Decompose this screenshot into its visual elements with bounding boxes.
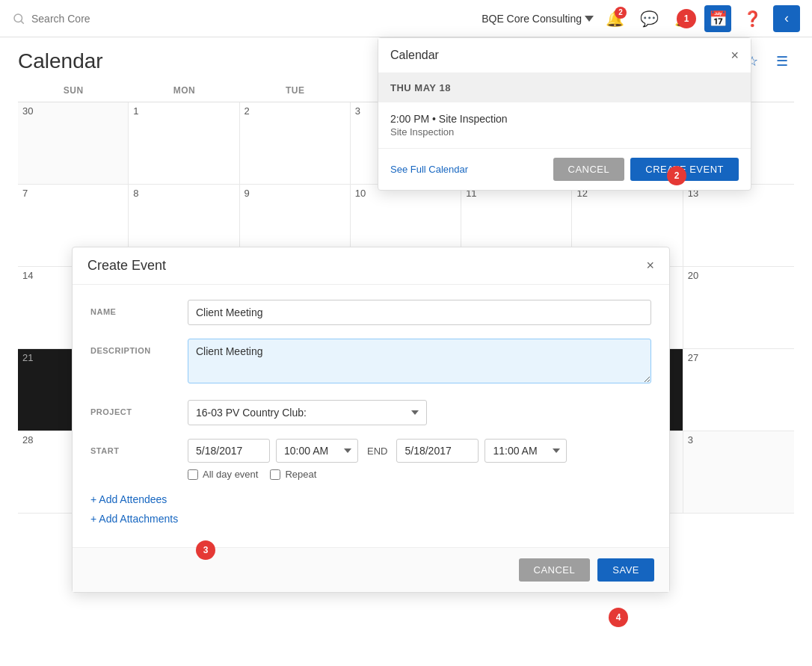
step-badge-3: 3 (196, 540, 215, 560)
company-name[interactable]: BQE Core Consulting (482, 13, 594, 25)
see-full-calendar-btn[interactable]: See Full Calendar (390, 164, 468, 175)
nav-search-area (12, 12, 162, 25)
day-mon: MON (129, 79, 239, 102)
modal-title: Create Event (87, 258, 166, 274)
popup-header: Calendar × (378, 38, 751, 73)
modal-header: Create Event × (73, 247, 669, 285)
step-badge-2: 2 (667, 166, 686, 185)
start-date-input[interactable] (188, 439, 270, 463)
modal-body: NAME DESCRIPTION Client Meeting PROJECT … (73, 285, 669, 547)
name-label: NAME (90, 300, 188, 316)
end-label: END (367, 445, 387, 457)
description-label: DESCRIPTION (90, 339, 188, 355)
popup-event-title: 2:00 PM • Site Inspection (390, 113, 739, 125)
description-textarea[interactable]: Client Meeting (188, 339, 651, 383)
back-btn[interactable]: ‹ (773, 5, 800, 32)
name-input[interactable] (188, 300, 651, 325)
messages-btn[interactable]: 💬 (636, 5, 662, 32)
project-label: PROJECT (90, 400, 188, 416)
calendar-cell-jun3[interactable]: 3 (683, 431, 794, 514)
notifications-badge: 2 (615, 7, 627, 19)
notifications-btn[interactable]: 🔔 2 (601, 5, 628, 32)
project-select[interactable]: 16-03 PV Country Club: (188, 400, 427, 425)
popup-close-btn[interactable]: × (731, 49, 739, 62)
popup-footer-btns: CANCEL CREATE EVENT (553, 158, 739, 181)
calendar-cell-2[interactable]: 2 (240, 102, 351, 185)
calendar-cell-13[interactable]: 13 (683, 185, 794, 267)
end-time-select[interactable]: 11:00 AM (485, 439, 567, 463)
calendar-cell-apr30[interactable]: 30 (18, 102, 129, 185)
day-tue: TUE (240, 79, 351, 102)
popup-date: THU MAY 18 (378, 73, 751, 102)
popup-cancel-btn[interactable]: CANCEL (553, 158, 625, 181)
help-btn[interactable]: ❓ (739, 5, 766, 32)
datetime-inputs: 10:00 AM END 11:00 AM (188, 439, 651, 463)
all-day-checkbox[interactable] (188, 469, 198, 480)
checkbox-row: All day event Repeat (188, 469, 651, 480)
day-sun: SUN (18, 79, 129, 102)
datetime-row: START 10:00 AM END 11:00 AM Al (90, 439, 651, 480)
project-row: PROJECT 16-03 PV Country Club: (90, 400, 651, 425)
all-day-label[interactable]: All day event (188, 469, 258, 480)
description-row: DESCRIPTION Client Meeting (90, 339, 651, 386)
calendar-nav-btn[interactable]: 📅 (704, 5, 731, 32)
calendar-cell-27[interactable]: 27 (683, 349, 794, 431)
add-attendees-btn[interactable]: + Add Attendees (90, 493, 651, 505)
search-input[interactable] (31, 13, 162, 25)
step-badge-4: 4 (609, 608, 628, 627)
calendar-popup: Calendar × THU MAY 18 2:00 PM • Site Ins… (378, 37, 751, 191)
search-icon (12, 12, 25, 25)
calendar-cell-20[interactable]: 20 (683, 267, 794, 349)
step-badge-1: 1 (677, 9, 696, 28)
modal-footer: CANCEL SAVE (73, 547, 669, 592)
calendar-cell-1[interactable]: 1 (129, 102, 239, 185)
popup-event: 2:00 PM • Site Inspection Site Inspectio… (378, 102, 751, 149)
popup-event-sub: Site Inspection (390, 126, 739, 138)
start-label: START (90, 439, 188, 455)
repeat-checkbox[interactable] (270, 469, 280, 480)
create-event-modal: Create Event × NAME DESCRIPTION Client M… (72, 247, 670, 593)
name-field (188, 300, 651, 325)
svg-point-0 (14, 14, 22, 22)
page-title: Calendar (18, 49, 103, 73)
start-time-select[interactable]: 10:00 AM (276, 439, 358, 463)
description-field: Client Meeting (188, 339, 651, 386)
add-attachments-btn[interactable]: + Add Attachments (90, 513, 651, 525)
popup-footer: See Full Calendar CANCEL CREATE EVENT (378, 149, 751, 190)
modal-save-btn[interactable]: SAVE (597, 558, 654, 582)
modal-cancel-btn[interactable]: CANCEL (519, 558, 591, 582)
modal-close-btn[interactable]: × (646, 258, 654, 274)
repeat-label[interactable]: Repeat (270, 469, 316, 480)
end-date-input[interactable] (396, 439, 479, 463)
filter-btn[interactable]: ☰ (770, 49, 794, 73)
nav-right: BQE Core Consulting 🔔 2 💬 🔔 📅 ❓ ‹ (482, 5, 800, 32)
project-field: 16-03 PV Country Club: (188, 400, 651, 425)
svg-line-1 (21, 21, 23, 23)
chevron-down-icon (585, 16, 594, 22)
popup-title: Calendar (390, 49, 439, 62)
datetime-field: 10:00 AM END 11:00 AM All day event (188, 439, 651, 480)
name-row: NAME (90, 300, 651, 325)
